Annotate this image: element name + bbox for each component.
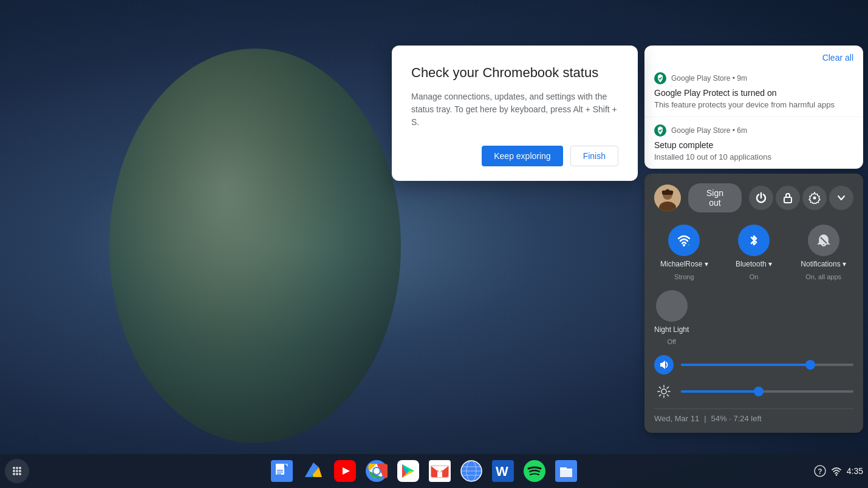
brightness-slider-track[interactable] (681, 390, 853, 393)
notification-title-2: Setup complete (654, 140, 853, 150)
notifications-toggle-label: Notifications ▾ (801, 260, 846, 269)
svg-point-22 (13, 470, 15, 472)
notification-meta: Google Play Store • 9m (654, 72, 853, 84)
notification-system-panel: Clear all Google Play Store • 9m (644, 46, 863, 433)
svg-point-61 (835, 474, 837, 476)
taskbar-app-spotify[interactable] (520, 456, 549, 486)
system-control-panel: Sign out (644, 174, 863, 433)
tray-time[interactable]: 4:35 (847, 466, 863, 476)
status-date: Wed, Mar 11 (654, 414, 699, 423)
brightness-slider-thumb[interactable] (754, 387, 764, 396)
volume-icon[interactable] (654, 355, 674, 374)
brightness-slider-row (654, 382, 853, 401)
play-store-notification-icon (654, 72, 666, 84)
svg-point-27 (19, 473, 21, 475)
notification-item[interactable]: Google Play Store • 9m Google Play Prote… (644, 65, 863, 117)
notification-item[interactable]: Google Play Store • 6m Setup complete In… (644, 117, 863, 169)
status-divider: | (704, 414, 706, 423)
svg-rect-29 (276, 464, 284, 475)
dialog-body: Manage connections, updates, and setting… (411, 90, 618, 129)
dialog-title: Check your Chromebook status (411, 65, 618, 81)
svg-point-20 (16, 467, 18, 469)
notification-desc-1: This feature protects your device from h… (654, 100, 853, 109)
settings-button[interactable] (802, 186, 827, 210)
svg-rect-31 (277, 470, 283, 471)
svg-line-16 (667, 395, 668, 396)
brightness-slider-fill (681, 390, 759, 393)
taskbar-app-drive[interactable] (299, 456, 328, 486)
launcher-button[interactable] (5, 459, 29, 483)
svg-point-26 (16, 473, 18, 475)
drive-icon (302, 460, 324, 482)
svg-point-42 (374, 468, 380, 474)
desktop: Check your Chromebook status Manage conn… (0, 0, 868, 488)
svg-point-6 (813, 197, 816, 200)
night-light-sublabel: Off (667, 338, 675, 345)
brightness-icon[interactable] (654, 382, 674, 401)
volume-slider-fill (681, 364, 810, 366)
tray-help[interactable]: ? (814, 465, 826, 477)
svg-line-17 (667, 387, 668, 388)
taskbar-app-earth[interactable] (457, 456, 486, 486)
volume-slider-thumb[interactable] (805, 360, 815, 370)
svg-rect-58 (560, 470, 572, 477)
notifications-header: Clear all (644, 46, 863, 65)
sign-out-button[interactable]: Sign out (688, 183, 742, 212)
taskbar-apps: W (34, 456, 814, 486)
svg-rect-32 (277, 472, 283, 473)
night-light-label: Night Light (654, 325, 689, 335)
expand-button[interactable] (829, 186, 853, 210)
chrome-icon (366, 460, 388, 482)
notification-title-1: Google Play Protect is turned on (654, 88, 853, 98)
notifications-toggle-circle (808, 225, 839, 256)
svg-point-10 (661, 389, 666, 394)
notification-meta-2: Google Play Store • 6m (654, 124, 853, 137)
night-light-toggle[interactable]: Night Light Off (654, 290, 689, 346)
bluetooth-toggle-sublabel: On (750, 273, 759, 280)
status-battery: 54% · 7:24 left (711, 414, 762, 423)
svg-line-18 (660, 395, 661, 396)
youtube-icon (334, 460, 356, 482)
svg-point-24 (19, 470, 21, 472)
taskbar: W (0, 454, 868, 488)
wifi-toggle[interactable]: MichaelRose ▾ Strong (654, 225, 714, 280)
tray-wifi[interactable] (831, 466, 842, 476)
taskbar-app-word[interactable]: W (488, 456, 518, 486)
notifications-container: Clear all Google Play Store • 9m (644, 46, 863, 169)
user-avatar[interactable] (654, 185, 681, 211)
night-light-circle (656, 290, 688, 322)
volume-slider-track[interactable] (681, 364, 853, 366)
notification-source-1: Google Play Store • 9m (671, 74, 747, 83)
taskbar-app-gmail[interactable] (425, 456, 454, 486)
notifications-toggle[interactable]: Notifications ▾ On, all apps (793, 225, 853, 280)
svg-rect-33 (277, 473, 281, 475)
word-icon: W (492, 460, 514, 482)
bluetooth-toggle-label: Bluetooth ▾ (736, 260, 772, 269)
notification-desc-2: Installed 10 out of 10 applications (654, 152, 853, 161)
svg-point-23 (16, 470, 18, 472)
svg-point-9 (665, 299, 679, 313)
desktop-globe (109, 49, 401, 443)
clear-all-button[interactable]: Clear all (822, 50, 853, 65)
play-store-icon (397, 460, 419, 482)
taskbar-app-chrome[interactable] (362, 456, 391, 486)
gmail-icon (429, 460, 451, 482)
keep-exploring-button[interactable]: Keep exploring (482, 146, 562, 166)
bluetooth-toggle[interactable]: Bluetooth ▾ On (724, 225, 784, 280)
wifi-toggle-label: MichaelRose ▾ (660, 260, 708, 269)
taskbar-app-youtube[interactable] (330, 456, 360, 486)
lock-button[interactable] (776, 186, 800, 210)
dialog-buttons: Keep exploring Finish (411, 146, 618, 166)
volume-slider-row (654, 355, 853, 374)
svg-point-7 (683, 244, 685, 246)
taskbar-app-play[interactable] (394, 456, 423, 486)
taskbar-app-docs[interactable] (267, 456, 296, 486)
finish-button[interactable]: Finish (570, 146, 618, 166)
spotify-icon (524, 460, 545, 482)
panel-top-row: Sign out (654, 183, 853, 212)
wifi-toggle-circle (668, 225, 700, 256)
power-button[interactable] (749, 186, 773, 210)
system-tray: ? 4:35 (814, 465, 863, 477)
taskbar-app-files[interactable] (552, 456, 581, 486)
svg-point-21 (19, 467, 21, 469)
